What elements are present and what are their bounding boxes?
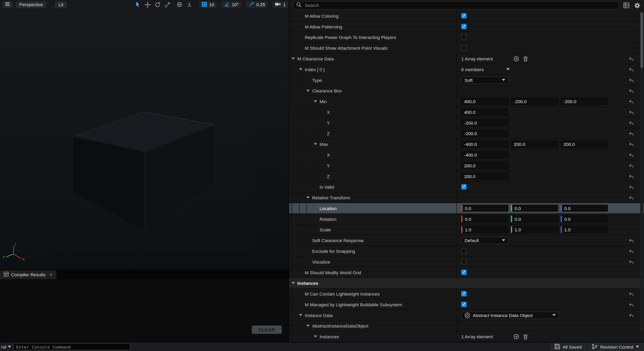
delete-elements-icon[interactable] <box>522 333 528 340</box>
tab-compiler-results[interactable]: Compiler Results × <box>0 270 56 279</box>
reset-to-default-icon[interactable] <box>628 312 634 318</box>
property-row-instances[interactable]: Instances1 Array element <box>289 331 644 342</box>
expander-arrow-icon[interactable] <box>306 90 310 92</box>
value-field[interactable]: 0.0 <box>511 205 558 212</box>
property-row-clearance-box[interactable]: Clearance Box <box>289 86 644 96</box>
scale-tool-icon[interactable] <box>164 1 171 8</box>
scrollbar-thumb[interactable] <box>640 12 643 68</box>
property-row-scale[interactable]: Scale1.01.01.0 <box>289 224 644 235</box>
grid-snap-control[interactable]: 10 <box>199 1 216 8</box>
checkbox[interactable] <box>461 35 467 40</box>
property-row-instance-data[interactable]: Instance DataAbstract Instance Data Obje… <box>289 310 644 320</box>
property-row-y[interactable]: Y200.0 <box>289 160 644 171</box>
property-row-z[interactable]: Z-200.0 <box>289 128 644 139</box>
reset-to-default-icon[interactable] <box>628 56 634 62</box>
add-element-icon[interactable] <box>513 55 520 62</box>
checkbox[interactable] <box>461 302 467 307</box>
expander-arrow-icon[interactable] <box>292 282 295 284</box>
reset-to-default-icon[interactable] <box>628 120 634 126</box>
value-field[interactable]: -200.0 <box>511 98 558 105</box>
value-field[interactable]: -200.0 <box>461 130 508 137</box>
dropdown[interactable]: Soft <box>461 76 508 84</box>
property-row-replicate-power-graph-to-interacting-players[interactable]: Replicate Power Graph To Interacting Pla… <box>289 32 644 43</box>
dropdown[interactable]: Default <box>461 236 508 244</box>
property-row-x[interactable]: X400.0 <box>289 107 644 118</box>
property-row-soft-clearance-response[interactable]: Soft Clearance ResponseDefault <box>289 235 644 246</box>
select-tool-icon[interactable] <box>134 1 142 8</box>
dropdown[interactable]: Abstract Instance Data Object <box>461 311 559 319</box>
settings-gear-icon[interactable] <box>634 2 640 9</box>
display-filter-icon[interactable] <box>623 2 630 9</box>
details-scrollbar[interactable] <box>640 12 643 331</box>
property-row-m-managed-by-lightweight-buildable-subsystem[interactable]: M Managed by Lightweight Buildable Subsy… <box>289 299 644 310</box>
category-row-instances[interactable]: Instances <box>289 278 644 289</box>
reset-to-default-icon[interactable] <box>628 291 634 297</box>
reset-to-default-icon[interactable] <box>628 131 634 137</box>
revision-control-button[interactable]: Revision Control <box>586 342 644 351</box>
property-row-exclude-for-snapping[interactable]: Exclude for Snapping <box>289 246 644 257</box>
expander-arrow-icon[interactable] <box>306 325 310 327</box>
property-row-m-allow-coloring[interactable]: M Allow Coloring <box>289 11 644 22</box>
tab-close-icon[interactable]: × <box>50 272 52 277</box>
reset-to-default-icon[interactable] <box>628 109 634 115</box>
value-field[interactable]: 200.0 <box>461 162 508 169</box>
value-field[interactable]: 0.0 <box>511 215 558 222</box>
value-field[interactable]: 200.0 <box>511 141 558 147</box>
value-field[interactable]: 1.0 <box>461 226 508 233</box>
property-row-x[interactable]: X-400.0 <box>289 150 644 160</box>
expander-arrow-icon[interactable] <box>292 58 295 60</box>
move-tool-icon[interactable] <box>144 1 152 8</box>
search-input[interactable] <box>304 3 616 8</box>
console-scope-dropdown[interactable]: nd <box>1 344 11 349</box>
checkbox[interactable] <box>461 291 467 296</box>
property-row-visualize[interactable]: Visualize <box>289 257 644 267</box>
reset-to-default-icon[interactable] <box>628 237 634 243</box>
all-saved-button[interactable]: All Saved <box>549 342 586 351</box>
console-command-input[interactable] <box>14 343 130 350</box>
clear-button[interactable]: CLEAR <box>252 325 282 334</box>
value-field[interactable]: -400.0 <box>461 151 508 158</box>
scale-snap-control[interactable]: 0.25 <box>246 1 268 8</box>
property-row-location[interactable]: Location0.00.00.0 <box>289 203 644 214</box>
reset-to-default-icon[interactable] <box>628 259 634 265</box>
expander-arrow-icon[interactable] <box>314 143 317 145</box>
property-row-is-valid[interactable]: Is Valid <box>289 182 644 192</box>
reset-to-default-icon[interactable] <box>628 195 634 201</box>
property-row-abstractinstancedataobject[interactable]: AbstractInstanceDataObject <box>289 320 644 331</box>
value-field[interactable]: 200.0 <box>560 141 608 147</box>
expander-arrow-icon[interactable] <box>299 314 302 316</box>
property-row-min[interactable]: Min400.0-200.0-200.0 <box>289 96 644 107</box>
world-space-icon[interactable] <box>175 1 183 8</box>
viewport-3d[interactable]: Z Y X Perspective Lit <box>0 0 289 269</box>
checkbox[interactable] <box>461 13 467 19</box>
checkbox[interactable] <box>461 270 467 275</box>
reset-to-default-icon[interactable] <box>628 163 634 169</box>
reset-to-default-icon[interactable] <box>628 99 634 104</box>
value-field[interactable]: -400.0 <box>461 141 508 147</box>
value-field[interactable]: 0.0 <box>461 215 508 222</box>
value-field[interactable]: 0.0 <box>560 215 608 222</box>
property-row-m-can-contain-lightweight-instances[interactable]: M Can Contain Lightweight Instances <box>289 289 644 299</box>
search-box[interactable] <box>293 1 619 9</box>
members-dropdown[interactable]: 6 members <box>461 67 510 72</box>
surface-snap-icon[interactable] <box>185 1 193 8</box>
checkbox[interactable] <box>461 259 467 264</box>
expander-arrow-icon[interactable] <box>299 68 302 70</box>
reset-to-default-icon[interactable] <box>628 174 634 179</box>
value-field[interactable]: 0.0 <box>461 205 508 212</box>
property-row-m-should-show-attachment-point-visuals[interactable]: M Should Show Attachment Point Visuals <box>289 43 644 54</box>
property-row-m-should-modify-world-grid[interactable]: M Should Modify World Grid <box>289 267 644 278</box>
property-row-m-clearance-data[interactable]: M Clearance Data1 Array element <box>289 54 644 64</box>
reset-to-default-icon[interactable] <box>628 302 634 307</box>
viewport-menu-button[interactable] <box>2 1 12 8</box>
expander-arrow-icon[interactable] <box>314 100 317 102</box>
property-row-m-allow-patterning[interactable]: M Allow Patterning <box>289 22 644 32</box>
value-field[interactable]: 1.0 <box>560 226 608 233</box>
property-row-rotation[interactable]: Rotation0.00.00.0 <box>289 214 644 225</box>
reset-to-default-icon[interactable] <box>628 67 634 72</box>
property-row-y[interactable]: Y-200.0 <box>289 118 644 128</box>
reset-to-default-icon[interactable] <box>628 152 634 158</box>
checkbox[interactable] <box>461 248 467 254</box>
delete-elements-icon[interactable] <box>522 55 528 62</box>
rotation-snap-control[interactable]: 10° <box>222 1 241 8</box>
